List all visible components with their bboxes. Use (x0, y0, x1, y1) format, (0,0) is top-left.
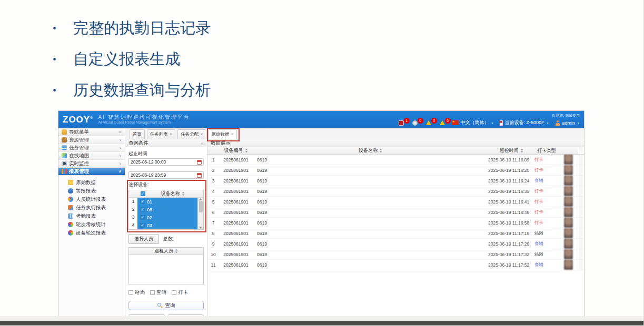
sort-icon[interactable] (379, 148, 382, 153)
table-row[interactable]: 5 2025061901 0619 2025-06-19 11:16:41 打卡 (207, 197, 584, 207)
type-filter-checkbox-查哨[interactable]: 查哨 (150, 289, 167, 296)
patrol-photo[interactable] (564, 186, 573, 196)
checkbox-checked-icon[interactable]: ✓ (140, 215, 145, 220)
notification-badge[interactable]: 0 (425, 120, 432, 126)
sidebar-subitem-人员统计报表[interactable]: 人员统计报表 (58, 195, 125, 203)
sidebar-subitem-轮次考核统计[interactable]: 轮次考核统计 (58, 220, 125, 229)
cell-type: 打卡 (534, 199, 559, 205)
notification-badge[interactable]: 0 (412, 120, 419, 126)
tab-任务列表[interactable]: 任务列表 × (147, 129, 175, 139)
checkbox-icon[interactable] (128, 290, 133, 295)
bullet-item: • 自定义报表生成 (53, 49, 211, 70)
sidebar-subitem-设备轮次报表[interactable]: 设备轮次报表 (58, 229, 125, 237)
sidebar-subitem-原始数据[interactable]: 原始数据 (58, 178, 125, 187)
collapse-icon[interactable]: « (119, 129, 122, 135)
user-menu[interactable]: admin ▼ (555, 120, 580, 126)
column-header-device-name[interactable]: 设备名称 (359, 147, 378, 154)
device-table-scrollbar[interactable] (197, 198, 203, 229)
current-device-selector[interactable]: 当前设备: Z-5000F ▼ (500, 119, 549, 126)
chevron-down-icon: ▼ (547, 121, 549, 125)
sort-icon[interactable] (520, 148, 523, 153)
table-row[interactable]: 4 2025061901 0619 2025-06-19 11:16:35 打卡 (207, 186, 584, 197)
table-row[interactable]: 9 2025061901 0619 2025-06-19 11:17:26 查哨 (207, 239, 584, 249)
tab-label: 任务列表 (150, 131, 168, 138)
checkbox-checked-icon[interactable]: ✓ (140, 207, 145, 212)
device-row[interactable]: 4 ✓ 03 (129, 221, 197, 229)
select-person-button[interactable]: 选择人员 (128, 234, 159, 244)
sort-icon[interactable] (175, 249, 178, 253)
search-button[interactable]: 查询 (128, 301, 204, 310)
tab-首页[interactable]: 首页 (130, 129, 145, 139)
device-row[interactable]: 3 ✓ 02 (129, 213, 197, 221)
patrol-photo[interactable] (564, 218, 573, 228)
bullet-dot: • (53, 85, 56, 97)
column-header-device-no[interactable]: 设备编号 (224, 147, 243, 154)
row-number: 3 (207, 178, 219, 184)
patrol-photo[interactable] (564, 228, 573, 238)
language-selector[interactable]: 中文（简体） ▼ (452, 119, 494, 126)
sidebar-items: 资源管理 ∨ 任务管理 ∨ 在线地图 ∨ 实时监控 ∨ 报表管理 ∧ (58, 136, 125, 176)
patrol-photo[interactable] (564, 155, 573, 165)
cell-device-no: 2025061901 (219, 220, 253, 226)
calendar-icon[interactable] (197, 160, 202, 165)
sort-icon[interactable] (245, 148, 248, 153)
sidebar-header[interactable]: 导航菜单 « (58, 128, 125, 136)
tab-原始数据[interactable]: 原始数据 × (209, 129, 237, 139)
sidebar-item-资源管理[interactable]: 资源管理 ∨ (58, 136, 125, 144)
sidebar-subitem-考勤报表[interactable]: 考勤报表 (58, 212, 125, 220)
sidebar-subitem-警报报表[interactable]: 警报报表 (58, 187, 125, 195)
notification-badge[interactable]: 0 (439, 120, 446, 126)
sidebar-item-实时监控[interactable]: 实时监控 ∨ (58, 160, 125, 168)
calendar-icon[interactable] (197, 173, 202, 178)
table-row[interactable]: 10 2025061901 0619 2025-06-19 11:17:32 站… (207, 249, 584, 260)
start-time-input[interactable]: 2025-06-12 00:00 (128, 158, 204, 166)
column-header-time[interactable]: 巡检时间 (500, 147, 519, 154)
end-time-input[interactable]: 2025-06-19 23:59 (128, 171, 204, 179)
scroll-down-icon[interactable] (199, 227, 202, 229)
notification-badge[interactable]: 1 (398, 120, 405, 126)
table-row[interactable]: 1 2025061901 0619 2025-06-19 11:16:09 打卡 (207, 155, 584, 165)
patrol-photo[interactable] (564, 260, 573, 270)
collapse-icon[interactable]: « (201, 140, 204, 146)
tab-close-icon[interactable]: × (170, 132, 172, 137)
sidebar-item-任务管理[interactable]: 任务管理 ∨ (58, 144, 125, 152)
patrol-photo[interactable] (564, 249, 573, 259)
device-name-column-header[interactable]: 设备名称 (161, 190, 180, 197)
patrol-photo[interactable] (564, 239, 573, 249)
patrol-photo[interactable] (564, 207, 573, 217)
person-column-header[interactable]: 巡检人员 (154, 248, 173, 254)
patrol-photo[interactable] (564, 197, 573, 207)
checkbox-icon[interactable] (172, 290, 176, 295)
sort-icon[interactable] (182, 191, 185, 196)
scrollbar-thumb[interactable] (199, 201, 203, 212)
table-row[interactable]: 7 2025061901 0619 2025-06-19 11:16:58 打卡 (207, 218, 584, 228)
table-row[interactable]: 6 2025061901 0619 2025-06-19 11:16:46 打卡 (207, 207, 584, 218)
cell-device-name: 0619 (253, 199, 488, 205)
sidebar-item-报表管理[interactable]: 报表管理 ∧ (58, 168, 125, 176)
table-row[interactable]: 8 2025061901 0619 2025-06-19 11:17:16 站岗 (207, 228, 584, 239)
device-row[interactable]: 2 ✓ 06 (129, 206, 197, 213)
checkbox-checked-icon[interactable]: ✓ (140, 199, 145, 204)
patrol-photo[interactable] (564, 165, 573, 175)
device-row[interactable]: 1 ✓ 01 (129, 198, 197, 206)
cell-device-no: 2025061901 (219, 199, 253, 205)
patrol-photo[interactable] (564, 176, 573, 186)
scroll-up-icon[interactable] (199, 198, 202, 200)
tab-任务分配[interactable]: 任务分配 × (177, 129, 206, 139)
sidebar-item-在线地图[interactable]: 在线地图 ∨ (58, 152, 125, 160)
table-row[interactable]: 3 2025061901 0619 2025-06-19 11:16:24 查哨 (207, 176, 584, 186)
table-row[interactable]: 11 2025061901 0619 2025-06-19 11:17:52 查… (207, 260, 584, 270)
tab-close-icon[interactable]: × (200, 132, 203, 137)
type-filter-checkbox-站岗[interactable]: 站岗 (128, 289, 145, 296)
sidebar-subitem-label: 警报报表 (76, 188, 96, 195)
user-icon (555, 120, 560, 126)
table-row[interactable]: 2 2025061901 0619 2025-06-19 11:16:20 打卡 (207, 165, 584, 176)
cell-device-no: 2025061901 (219, 189, 253, 194)
checkbox-checked-icon[interactable]: ✓ (140, 223, 145, 228)
sidebar-item-label: 在线地图 (69, 152, 89, 159)
tab-close-icon[interactable]: × (231, 132, 234, 137)
sidebar-subitem-任务执行报表[interactable]: 任务执行报表 (58, 203, 125, 212)
select-all-checkbox[interactable]: ✓ (141, 191, 145, 196)
type-filter-checkbox-打卡[interactable]: 打卡 (172, 289, 189, 296)
checkbox-icon[interactable] (150, 290, 155, 295)
